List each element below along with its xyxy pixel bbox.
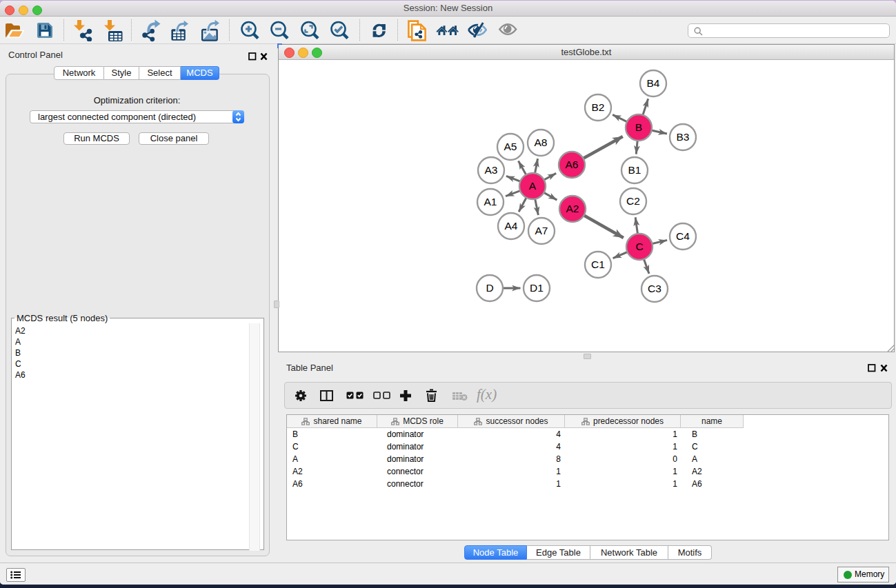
svg-text:D1: D1 [530,282,544,294]
svg-text:A5: A5 [504,141,517,152]
svg-text:C: C [635,241,643,252]
svg-text:D: D [486,282,493,294]
svg-text:B: B [635,121,642,133]
svg-text:C4: C4 [676,230,690,242]
svg-text:A4: A4 [505,220,518,232]
svg-text:C1: C1 [591,258,605,270]
svg-text:B4: B4 [647,77,660,89]
svg-text:C3: C3 [648,283,661,294]
svg-text:B1: B1 [628,164,641,176]
svg-text:B2: B2 [592,101,605,113]
svg-text:A8: A8 [535,136,548,148]
svg-text:A: A [529,180,537,192]
svg-text:A3: A3 [485,164,498,176]
svg-text:C2: C2 [626,195,640,207]
svg-text:A6: A6 [566,159,579,170]
svg-text:A1: A1 [484,196,497,207]
svg-text:A2: A2 [566,203,579,214]
svg-text:A7: A7 [535,225,548,236]
svg-text:B3: B3 [677,131,690,143]
